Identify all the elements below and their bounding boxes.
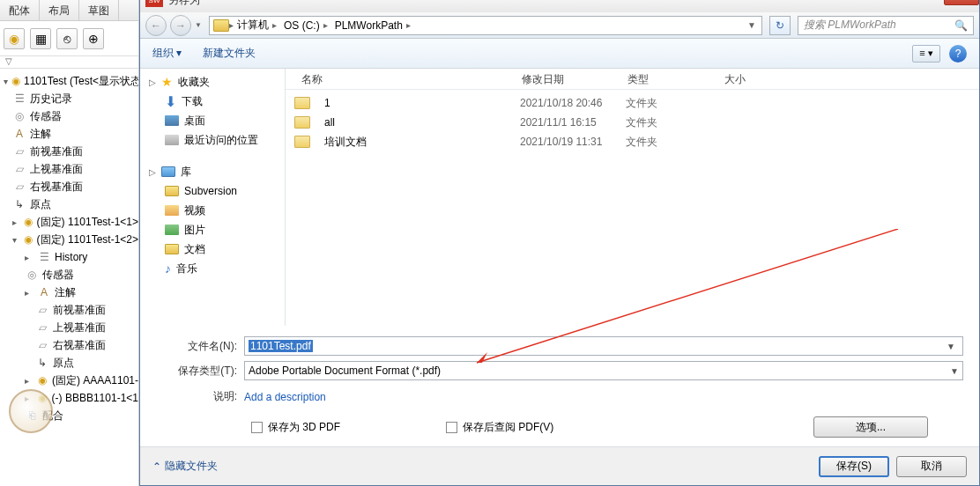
folder-icon bbox=[294, 116, 310, 129]
checkbox-label: 保存后查阅 PDF(V) bbox=[463, 420, 553, 435]
toolbar-btn-3[interactable]: ⎋ bbox=[56, 28, 78, 49]
tree-item[interactable]: ▱右视基准面 bbox=[0, 336, 138, 354]
filename-input[interactable]: 1101Test.pdf ▼ bbox=[244, 336, 963, 356]
search-input[interactable]: 搜索 PLMWorkPath 🔍 bbox=[798, 16, 974, 35]
file-date: 2021/10/18 20:46 bbox=[513, 97, 619, 109]
tab-assembly[interactable]: 配体 bbox=[0, 0, 40, 20]
file-row[interactable]: all 2021/11/1 16:15 文件夹 bbox=[286, 113, 979, 132]
close-button[interactable]: ✕ bbox=[944, 0, 979, 5]
file-name: all bbox=[317, 116, 513, 129]
dialog-title: 另存为 bbox=[168, 0, 200, 8]
tree-item[interactable]: ▸◉(固定) 1101Test-1<1> bbox=[0, 213, 138, 231]
checkbox-view-after-save[interactable]: 保存后查阅 PDF(V) bbox=[446, 420, 553, 435]
tree-item[interactable]: ▱前视基准面 bbox=[0, 143, 138, 160]
tree-item[interactable]: ▱前视基准面 bbox=[0, 301, 138, 319]
tree-item[interactable]: ☰历史记录 bbox=[0, 90, 138, 107]
cancel-button[interactable]: 取消 bbox=[896, 456, 967, 477]
sidebar-item-video[interactable]: 视频 bbox=[140, 201, 285, 220]
breadcrumb-segment[interactable]: OS (C:)▸ bbox=[280, 19, 331, 32]
search-icon: 🔍 bbox=[954, 19, 968, 32]
file-type: 文件夹 bbox=[619, 115, 716, 130]
tab-sketch[interactable]: 草图 bbox=[79, 0, 119, 20]
toolbar-btn-4[interactable]: ⊕ bbox=[83, 28, 104, 49]
refresh-button[interactable]: ↻ bbox=[769, 16, 791, 35]
sidebar-item-recent[interactable]: 最近访问的位置 bbox=[140, 130, 285, 150]
sidebar-item-documents[interactable]: 文档 bbox=[140, 239, 285, 259]
toolbar-btn-2[interactable]: ▦ bbox=[30, 28, 51, 49]
file-name: 1 bbox=[317, 97, 513, 109]
tree-item[interactable]: ▸☰History bbox=[0, 248, 138, 266]
toolbar-btn-1[interactable]: ◉ bbox=[4, 28, 25, 49]
tree-item[interactable]: ◎传感器 bbox=[0, 107, 138, 125]
savetype-combo[interactable]: Adobe Portable Document Format (*.pdf) ▼ bbox=[244, 361, 963, 380]
tree-item[interactable]: ▱上视基准面 bbox=[0, 319, 138, 336]
folder-icon bbox=[213, 19, 229, 32]
new-folder-button[interactable]: 新建文件夹 bbox=[203, 46, 256, 61]
sidebar-item-subversion[interactable]: Subversion bbox=[140, 181, 285, 201]
tree-item[interactable]: ▱右视基准面 bbox=[0, 178, 138, 195]
save-as-dialog: SW 另存为 ✕ ← → ▼ ▸ 计算机▸ OS (C:)▸ PLMWorkPa… bbox=[139, 0, 980, 486]
chevron-down-icon: ▼ bbox=[950, 366, 959, 376]
tree-item[interactable]: ↳原点 bbox=[0, 354, 138, 372]
file-name: 培训文档 bbox=[317, 135, 513, 150]
sidebar-group-library[interactable]: ▷库 bbox=[140, 162, 285, 181]
hide-folders-link[interactable]: ⌃ 隐藏文件夹 bbox=[152, 459, 218, 474]
col-type[interactable]: 类型 bbox=[620, 69, 717, 89]
folder-icon bbox=[294, 136, 310, 148]
sidebar: ▷★收藏夹 ⬇下载 桌面 最近访问的位置 ▷库 Subversion 视频 图片… bbox=[140, 69, 286, 326]
sidebar-item-music[interactable]: ♪音乐 bbox=[140, 259, 285, 278]
tree-collapse-icon[interactable]: ▽ bbox=[0, 56, 138, 69]
file-list-area: 名称 修改日期 类型 大小 1 2021/10/18 20:46 文件夹 all… bbox=[286, 69, 979, 326]
tree-item[interactable]: ▾◉(固定) 1101Test-1<2> bbox=[0, 231, 138, 248]
nav-back-button[interactable]: ← bbox=[145, 15, 167, 36]
file-row[interactable]: 1 2021/10/18 20:46 文件夹 bbox=[286, 93, 979, 113]
tree-root[interactable]: ▾◉1101Test (Test<显示状态- bbox=[0, 72, 138, 90]
chevron-down-icon[interactable]: ▼ bbox=[947, 342, 959, 351]
mascot-icon bbox=[9, 389, 53, 433]
tree-item[interactable]: ▸◉(固定) AAAA1101- bbox=[0, 372, 138, 389]
feature-tree: ▾◉1101Test (Test<显示状态- ☰历史记录 ◎传感器 A注解 ▱前… bbox=[0, 69, 138, 428]
description-link[interactable]: Add a description bbox=[244, 391, 326, 403]
sidebar-group-favorites[interactable]: ▷★收藏夹 bbox=[140, 72, 285, 92]
nav-history-dropdown[interactable]: ▼ bbox=[195, 21, 205, 29]
checkbox-icon bbox=[446, 422, 457, 433]
left-tabs: 配体 布局 草图 bbox=[0, 0, 138, 21]
tree-item[interactable]: A注解 bbox=[0, 125, 138, 143]
background-app-panel: 配体 布局 草图 ◉ ▦ ⎋ ⊕ ▽ ▾◉1101Test (Test<显示状态… bbox=[0, 0, 139, 486]
file-row[interactable]: 培训文档 2021/10/19 11:31 文件夹 bbox=[286, 132, 979, 151]
nav-forward-button[interactable]: → bbox=[170, 15, 191, 36]
savetype-label: 保存类型(T): bbox=[156, 364, 244, 379]
tab-layout[interactable]: 布局 bbox=[40, 0, 79, 20]
col-date[interactable]: 修改日期 bbox=[515, 69, 620, 89]
tree-item[interactable]: ↳原点 bbox=[0, 195, 138, 213]
chevron-down-icon[interactable]: ▼ bbox=[747, 20, 761, 30]
column-headers: 名称 修改日期 类型 大小 bbox=[286, 69, 979, 90]
file-type: 文件夹 bbox=[619, 96, 716, 111]
sidebar-item-pictures[interactable]: 图片 bbox=[140, 220, 285, 239]
toolbar: 组织 ▾ 新建文件夹 ≡ ▾ ? bbox=[140, 39, 979, 69]
tree-item[interactable]: ▸A注解 bbox=[0, 284, 138, 301]
help-button[interactable]: ? bbox=[949, 45, 967, 63]
folder-icon bbox=[294, 97, 310, 109]
breadcrumb-segment[interactable]: 计算机▸ bbox=[234, 18, 280, 33]
navbar: ← → ▼ ▸ 计算机▸ OS (C:)▸ PLMWorkPath▸ ▼ ↻ 搜… bbox=[140, 12, 979, 39]
col-size[interactable]: 大小 bbox=[717, 69, 806, 89]
titlebar: SW 另存为 ✕ bbox=[140, 0, 979, 12]
breadcrumb-segment[interactable]: PLMWorkPath▸ bbox=[331, 19, 414, 32]
sidebar-item-desktop[interactable]: 桌面 bbox=[140, 111, 285, 130]
breadcrumb[interactable]: ▸ 计算机▸ OS (C:)▸ PLMWorkPath▸ ▼ bbox=[209, 16, 762, 35]
tree-item[interactable]: ▱上视基准面 bbox=[0, 160, 138, 178]
sidebar-item-downloads[interactable]: ⬇下载 bbox=[140, 92, 285, 111]
organize-menu[interactable]: 组织 ▾ bbox=[152, 46, 182, 61]
view-mode-button[interactable]: ≡ ▾ bbox=[912, 45, 940, 63]
savetype-value: Adobe Portable Document Format (*.pdf) bbox=[249, 364, 441, 377]
body-area: ▷★收藏夹 ⬇下载 桌面 最近访问的位置 ▷库 Subversion 视频 图片… bbox=[140, 69, 979, 326]
save-button[interactable]: 保存(S) bbox=[819, 456, 889, 477]
checkbox-3d-pdf[interactable]: 保存为 3D PDF bbox=[251, 420, 340, 435]
tree-item[interactable]: ◎传感器 bbox=[0, 266, 138, 284]
options-button[interactable]: 选项... bbox=[813, 416, 928, 438]
col-name[interactable]: 名称 bbox=[294, 69, 515, 89]
dialog-footer: ⌃ 隐藏文件夹 保存(S) 取消 bbox=[140, 446, 979, 485]
filename-value: 1101Test.pdf bbox=[249, 340, 313, 352]
app-icon: SW bbox=[145, 0, 163, 7]
